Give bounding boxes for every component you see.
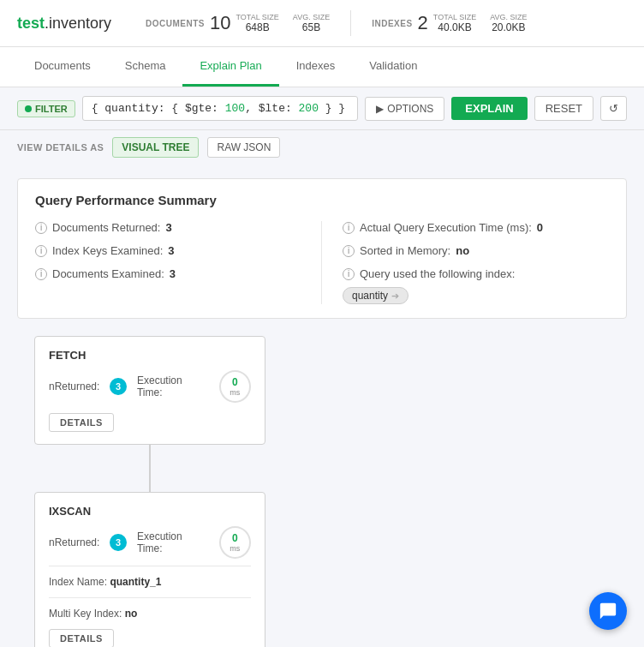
info-icon-exec-time: i: [343, 222, 355, 234]
info-icon-docs-returned: i: [35, 222, 47, 234]
ixscan-time-unit: ms: [230, 544, 240, 553]
filter-green1: 100: [225, 102, 245, 115]
total-size-label: TOTAL SIZE: [236, 13, 279, 21]
fetch-stage-card: FETCH nReturned: 3 Execution Time: 0 ms …: [34, 336, 265, 445]
fetch-time-unit: ms: [230, 388, 240, 397]
stages-container: FETCH nReturned: 3 Execution Time: 0 ms …: [17, 336, 627, 647]
docs-examined-label: Documents Examined:: [52, 267, 164, 280]
indexes-stat: INDEXES 2 TOTAL SIZE 40.0KB AVG. SIZE 20…: [372, 12, 527, 34]
ixscan-stage-card: IXSCAN nReturned: 3 Execution Time: 0 ms…: [34, 492, 265, 647]
index-badge[interactable]: quantity ➔: [343, 287, 408, 304]
filter-label: FILTER: [35, 104, 68, 114]
history-button[interactable]: ↺: [600, 96, 627, 121]
filter-query-display[interactable]: { quantity: { $gte: 100 , $lte: 200 } }: [82, 96, 359, 121]
ixscan-title: IXSCAN: [49, 505, 251, 518]
indexes-label: INDEXES: [372, 19, 412, 28]
info-icon-index-used: i: [343, 268, 355, 280]
ixscan-multi-key-row: Multi Key Index: no: [49, 605, 251, 622]
view-details-label: VIEW DETAILS AS: [17, 142, 104, 153]
indexes-sub: TOTAL SIZE 40.0KB AVG. SIZE 20.0KB: [433, 13, 528, 33]
tab-explain-plan[interactable]: Explain Plan: [182, 47, 278, 87]
documents-label: DOCUMENTS: [146, 19, 205, 28]
ixscan-index-name-label: Index Name:: [49, 576, 107, 588]
reset-button[interactable]: RESET: [534, 96, 593, 121]
history-icon: ↺: [609, 102, 618, 115]
exec-time-value: 0: [537, 221, 543, 234]
documents-sub: TOTAL SIZE 648B AVG. SIZE 65B: [236, 13, 331, 33]
indexes-avg-size-value: 20.0KB: [492, 21, 525, 33]
visual-tree-button[interactable]: VISUAL TREE: [112, 137, 199, 158]
ixscan-index-name-row: Index Name: quantity_1: [49, 573, 251, 590]
indexes-avg-size-label: AVG. SIZE: [490, 13, 527, 21]
ixscan-nreturned-row: nReturned: 3 Execution Time: 0 ms: [49, 526, 251, 559]
info-icon-docs-examined: i: [35, 268, 47, 280]
index-used-row: i Query used the following index: quanti…: [343, 267, 609, 304]
fetch-exec-label: Execution Time:: [137, 374, 209, 398]
indexes-value: 2: [418, 12, 428, 34]
documents-stat: DOCUMENTS 10 TOTAL SIZE 648B AVG. SIZE 6…: [146, 12, 330, 34]
index-badge-arrow-icon: ➔: [391, 291, 399, 302]
docs-returned-row: i Documents Returned: 3: [35, 221, 301, 234]
sorted-label: Sorted in Memory:: [360, 244, 450, 257]
ixscan-nreturned-label: nReturned:: [49, 536, 99, 548]
fetch-details-button[interactable]: DETAILS: [49, 413, 114, 432]
ixscan-details-button[interactable]: DETAILS: [49, 629, 114, 647]
perf-title: Query Performance Summary: [35, 193, 609, 207]
indexes-total-size-value: 40.0KB: [438, 21, 471, 33]
ixscan-multi-key-value: no: [125, 608, 138, 620]
filter-green2: 200: [299, 102, 319, 115]
stats-group: DOCUMENTS 10 TOTAL SIZE 648B AVG. SIZE 6…: [146, 10, 627, 36]
ixscan-index-name-value: quantity_1: [110, 576, 161, 588]
stat-divider: [350, 10, 351, 36]
fetch-nreturned-label: nReturned:: [49, 380, 99, 392]
logo-db: .inventory: [45, 15, 111, 32]
view-details-bar: VIEW DETAILS AS VISUAL TREE RAW JSON: [0, 130, 644, 165]
chat-icon: [599, 602, 617, 620]
tab-documents[interactable]: Documents: [17, 47, 108, 87]
options-label: OPTIONS: [387, 103, 433, 115]
perf-grid: i Documents Returned: 3 i Index Keys Exa…: [35, 221, 609, 304]
ixscan-divider: [49, 566, 251, 566]
ixscan-exec-label: Execution Time:: [137, 530, 209, 554]
perf-left: i Documents Returned: 3 i Index Keys Exa…: [35, 221, 322, 304]
explain-button[interactable]: EXPLAIN: [451, 97, 527, 120]
total-size-value: 648B: [246, 21, 270, 33]
tab-indexes[interactable]: Indexes: [279, 47, 353, 87]
index-keys-value: 3: [168, 244, 174, 257]
logo: test.inventory: [17, 15, 111, 33]
docs-returned-value: 3: [165, 221, 171, 234]
header: test.inventory DOCUMENTS 10 TOTAL SIZE 6…: [0, 0, 644, 47]
info-icon-sorted: i: [343, 245, 355, 257]
exec-time-label: Actual Query Execution Time (ms):: [360, 221, 532, 234]
logo-test: test: [17, 15, 45, 32]
toolbar: FILTER { quantity: { $gte: 100 , $lte: 2…: [0, 87, 644, 130]
chat-bubble[interactable]: [589, 592, 627, 630]
main-content: Query Performance Summary i Documents Re…: [0, 165, 644, 647]
index-keys-label: Index Keys Examined:: [52, 244, 163, 257]
tab-validation[interactable]: Validation: [352, 47, 434, 87]
fetch-nreturned-row: nReturned: 3 Execution Time: 0 ms: [49, 370, 251, 403]
ixscan-multi-key-label: Multi Key Index:: [49, 608, 122, 620]
nav-tabs: Documents Schema Explain Plan Indexes Va…: [0, 47, 644, 87]
avg-size-value: 65B: [302, 21, 320, 33]
options-button[interactable]: ▶ OPTIONS: [365, 97, 444, 121]
stage-connector: [149, 445, 151, 492]
info-icon-index-keys: i: [35, 245, 47, 257]
exec-time-row: i Actual Query Execution Time (ms): 0: [343, 221, 609, 234]
avg-size-label: AVG. SIZE: [293, 13, 330, 21]
ixscan-divider2: [49, 597, 251, 598]
indexes-total-size-label: TOTAL SIZE: [433, 13, 476, 21]
fetch-time-circle: 0 ms: [219, 370, 251, 403]
filter-dot: [25, 105, 32, 112]
options-arrow-icon: ▶: [376, 103, 384, 115]
index-keys-row: i Index Keys Examined: 3: [35, 244, 301, 257]
documents-value: 10: [210, 12, 230, 34]
filter-suffix: } }: [319, 102, 345, 115]
raw-json-button[interactable]: RAW JSON: [207, 137, 280, 158]
index-badge-name: quantity: [352, 290, 388, 302]
tab-schema[interactable]: Schema: [108, 47, 183, 87]
filter-middle: , $lte:: [245, 102, 298, 115]
ixscan-nreturned-badge: 3: [110, 534, 127, 551]
sorted-row: i Sorted in Memory: no: [343, 244, 609, 257]
docs-returned-label: Documents Returned:: [52, 221, 160, 234]
